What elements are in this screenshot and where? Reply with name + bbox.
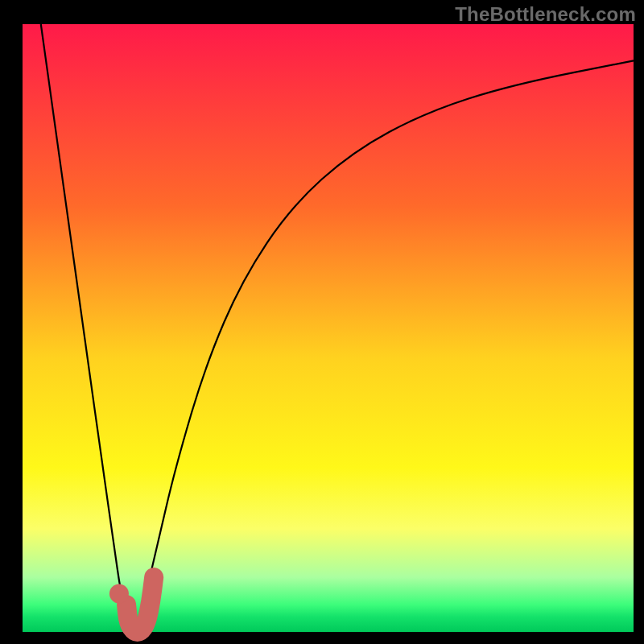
chart-stage: TheBottleneck.com <box>0 0 644 644</box>
attribution-label: TheBottleneck.com <box>455 3 636 26</box>
chart-svg <box>0 0 644 644</box>
j-marker-dot <box>109 584 129 603</box>
